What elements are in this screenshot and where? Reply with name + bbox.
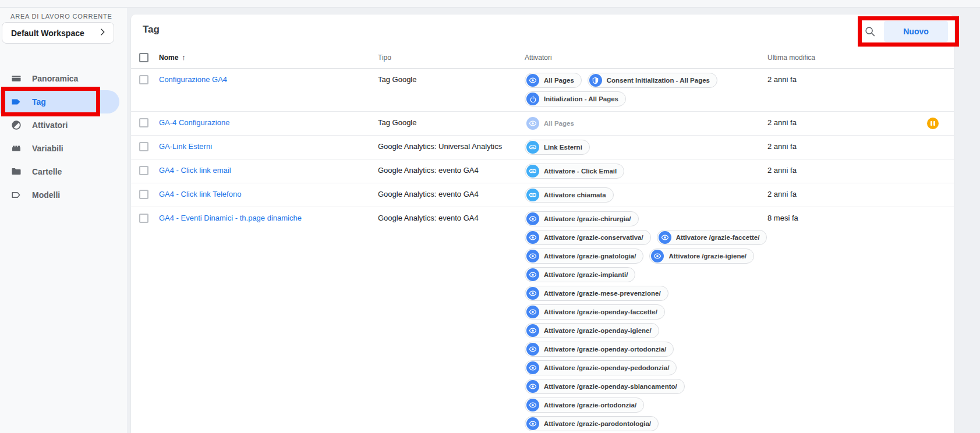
trigger-chip[interactable]: Attivatore /grazie-ortodonzia/ — [525, 397, 644, 413]
trigger-chip[interactable]: Attivatore - Click Email — [525, 164, 624, 179]
shield-trigger-icon — [589, 74, 602, 87]
trigger-chip-label: Initialization - All Pages — [544, 95, 618, 102]
trigger-chip[interactable]: Link Esterni — [525, 140, 590, 155]
trigger-chips: Link Esterni — [525, 136, 765, 159]
trigger-chip-line: Attivatore - Click Email — [525, 164, 624, 179]
trigger-chip[interactable]: Attivatore /grazie-parodontologia/ — [525, 416, 659, 431]
trigger-chip-line: All Pages — [525, 116, 582, 131]
trigger-chip-line: Attivatore /grazie-ortodonzia/ — [525, 397, 644, 413]
trigger-chip[interactable]: Attivatore /grazie-conservativa/ — [525, 230, 651, 245]
trigger-chip-line: All PagesConsent Initialization - All Pa… — [525, 73, 717, 88]
table-row: Configurazione GA4Tag GoogleAll PagesCon… — [131, 69, 954, 112]
trigger-chip-line: Attivatore /grazie-gnatologia/Attivatore… — [525, 249, 754, 264]
sidebar-item-label: Modelli — [32, 190, 60, 200]
trigger-chip-label: All Pages — [544, 120, 574, 127]
trigger-chip[interactable]: Consent Initialization - All Pages — [588, 73, 717, 88]
sidebar-item-panoramica[interactable]: Panoramica — [0, 67, 127, 90]
last-modified: 2 anni fa — [767, 142, 797, 151]
eye-trigger-icon — [526, 361, 539, 374]
link-trigger-icon — [526, 165, 539, 178]
column-header-modified[interactable]: Ultima modifica — [765, 54, 954, 62]
trigger-chip[interactable]: All Pages — [525, 73, 582, 88]
trigger-chip[interactable]: Attivatore /grazie-faccette/ — [657, 230, 767, 245]
overview-icon — [10, 73, 22, 84]
workspace-section-label: AREA DI LAVORO CORRENTE — [10, 13, 112, 20]
eye-trigger-icon — [526, 117, 539, 130]
top-bar — [0, 0, 980, 8]
trigger-chip-line: Attivatore /grazie-parodontologia/ — [525, 416, 659, 431]
trigger-chip-label: Attivatore /grazie-ortodonzia/ — [544, 402, 636, 409]
trigger-chip[interactable]: Initialization - All Pages — [525, 91, 626, 107]
eye-trigger-icon — [526, 231, 539, 244]
tag-name-link[interactable]: GA-4 Configurazione — [159, 118, 229, 127]
sidebar: AREA DI LAVORO CORRENTE Default Workspac… — [0, 8, 127, 433]
row-checkbox[interactable] — [139, 118, 148, 127]
trigger-chip-label: Attivatore /grazie-gnatologia/ — [544, 253, 636, 260]
column-header-triggers[interactable]: Attivatori — [525, 54, 765, 62]
trigger-chip[interactable]: Attivatore /grazie-chirurgia/ — [525, 211, 639, 226]
tag-type: Google Analytics: Universal Analytics — [378, 136, 525, 159]
trigger-chip[interactable]: Attivatore /grazie-gnatologia/ — [525, 249, 643, 264]
templates-icon — [10, 189, 22, 201]
trigger-chip[interactable]: Attivatore /grazie-openday-igiene/ — [525, 323, 659, 338]
eye-trigger-icon — [526, 212, 539, 225]
eye-trigger-icon — [659, 231, 671, 244]
trigger-chip-label: Attivatore - Click Email — [544, 168, 617, 175]
trigger-chip[interactable]: All Pages — [525, 116, 582, 131]
tag-type: Google Analytics: evento GA4 — [378, 159, 525, 183]
row-checkbox[interactable] — [139, 75, 148, 84]
row-checkbox[interactable] — [139, 142, 148, 151]
sidebar-nav: PanoramicaTagAttivatoriVariabiliCartelle… — [0, 67, 127, 207]
eye-trigger-icon — [526, 287, 539, 300]
tags-panel: Tag Nuovo Nome ↑ Tipo Attivatori Ultima … — [131, 15, 954, 433]
sidebar-item-modelli[interactable]: Modelli — [0, 183, 127, 207]
trigger-chip[interactable]: Attivatore /grazie-openday-pedodonzia/ — [525, 360, 677, 375]
trigger-chip-line: Initialization - All Pages — [525, 91, 626, 107]
select-all-checkbox[interactable] — [139, 53, 148, 62]
sidebar-item-tag[interactable]: Tag — [0, 90, 119, 113]
row-checkbox[interactable] — [139, 190, 148, 199]
tag-name-link[interactable]: GA4 - Eventi Dinamici - th.page dinamich… — [159, 214, 302, 222]
trigger-chip[interactable]: Attivatore /grazie-openday-sbiancamento/ — [525, 379, 685, 394]
sidebar-item-attivatori[interactable]: Attivatori — [0, 113, 127, 137]
sidebar-item-cartelle[interactable]: Cartelle — [0, 160, 127, 183]
folders-icon — [10, 166, 22, 178]
tag-table-body: Configurazione GA4Tag GoogleAll PagesCon… — [131, 69, 954, 433]
trigger-chip[interactable]: Attivatore /grazie-openday-faccette/ — [525, 304, 665, 320]
eye-trigger-icon — [526, 74, 539, 87]
trigger-chip-label: Attivatore chiamata — [544, 191, 606, 198]
tag-name-link[interactable]: GA4 - Click link email — [159, 166, 231, 175]
search-icon[interactable] — [863, 24, 877, 38]
sidebar-item-variabili[interactable]: Variabili — [0, 137, 127, 160]
column-header-type[interactable]: Tipo — [378, 54, 525, 62]
eye-trigger-icon — [651, 250, 664, 262]
trigger-chip[interactable]: Attivatore /grazie-igiene/ — [649, 249, 754, 264]
tag-name-link[interactable]: GA4 - Click link Telefono — [159, 190, 241, 198]
link-trigger-icon — [526, 189, 539, 201]
row-checkbox[interactable] — [139, 166, 148, 175]
power-trigger-icon — [526, 93, 539, 105]
row-checkbox[interactable] — [139, 214, 148, 223]
trigger-chip[interactable]: Attivatore /grazie-openday-ortodonzia/ — [525, 342, 674, 357]
sidebar-item-label: Tag — [32, 97, 46, 107]
new-tag-button[interactable]: Nuovo — [884, 21, 948, 42]
link-trigger-icon — [526, 141, 539, 154]
column-header-name[interactable]: Nome ↑ — [159, 53, 378, 62]
trigger-chip-line: Attivatore /grazie-openday-igiene/ — [525, 323, 659, 338]
workspace-selector[interactable]: Default Workspace — [2, 22, 114, 44]
trigger-chips: Attivatore chiamata — [525, 183, 765, 207]
trigger-chip[interactable]: Attivatore /grazie-mese-prevenzione/ — [525, 286, 668, 301]
trigger-chip-label: Attivatore /grazie-openday-faccette/ — [544, 308, 657, 315]
trigger-chip-label: Consent Initialization - All Pages — [607, 77, 710, 84]
eye-trigger-icon — [526, 380, 539, 393]
trigger-chip-label: Attivatore /grazie-openday-igiene/ — [544, 327, 652, 334]
trigger-chip[interactable]: Attivatore /grazie-impianti/ — [525, 267, 635, 282]
tag-type: Tag Google — [378, 69, 525, 111]
tag-name-link[interactable]: Configurazione GA4 — [159, 75, 227, 84]
trigger-chip[interactable]: Attivatore chiamata — [525, 187, 614, 203]
trigger-chip-label: Attivatore /grazie-openday-ortodonzia/ — [544, 346, 666, 353]
tag-name-link[interactable]: GA-Link Esterni — [159, 142, 212, 151]
eye-trigger-icon — [526, 343, 539, 356]
eye-trigger-icon — [526, 250, 539, 262]
trigger-chip-line: Attivatore /grazie-conservativa/Attivato… — [525, 230, 767, 245]
